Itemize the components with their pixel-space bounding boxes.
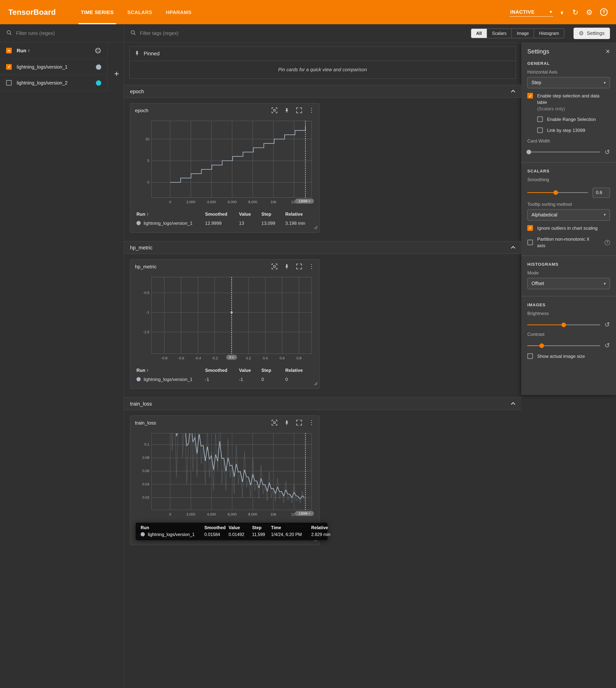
step-selection-checkbox[interactable] bbox=[527, 93, 533, 98]
run-row-version-1[interactable]: lightning_logs/version_1 bbox=[0, 59, 107, 75]
col-header-value[interactable]: Value bbox=[238, 209, 260, 219]
step-value: 0 bbox=[260, 375, 284, 384]
tag-type-filter-group: All Scalars Image Histogram bbox=[471, 28, 564, 38]
section-title: epoch bbox=[130, 89, 144, 94]
col-header-run[interactable]: Run ↑ bbox=[135, 209, 203, 219]
section-header-epoch[interactable]: epoch bbox=[124, 85, 521, 98]
theme-toggle-icon[interactable]: ◐ bbox=[560, 8, 565, 16]
epoch-data-table: Run ↑ Smoothed Value Step Relative light… bbox=[135, 209, 315, 228]
col-header-relative[interactable]: Relative bbox=[284, 366, 315, 375]
collapse-icon[interactable] bbox=[511, 246, 515, 250]
pinned-empty-message: Pin cards for a quick view and compariso… bbox=[130, 61, 515, 79]
col-header-smoothed[interactable]: Smoothed bbox=[203, 209, 238, 219]
svg-text:0.6: 0.6 bbox=[280, 356, 285, 360]
card-actions: ⋮ bbox=[271, 420, 315, 426]
pin-icon[interactable] bbox=[284, 108, 290, 113]
run-column-header[interactable]: Run ↑ bbox=[17, 48, 30, 53]
pin-icon[interactable] bbox=[284, 420, 290, 425]
col-header-smoothed[interactable]: Smoothed bbox=[203, 366, 238, 375]
run-row-version-2[interactable]: lightning_logs/version_2 bbox=[0, 75, 107, 91]
fullscreen-icon[interactable] bbox=[296, 263, 302, 269]
gear-icon[interactable]: ⚙ bbox=[586, 8, 593, 16]
help-icon[interactable]: ? bbox=[600, 8, 608, 16]
svg-text:10k: 10k bbox=[270, 512, 276, 516]
show-actual-size-checkbox[interactable] bbox=[527, 354, 533, 359]
run-checkbox[interactable] bbox=[6, 64, 12, 70]
more-options-icon[interactable]: ⋮ bbox=[309, 107, 315, 113]
chip-all[interactable]: All bbox=[471, 29, 487, 38]
filter-tags-input[interactable] bbox=[140, 30, 467, 36]
select-all-runs-checkbox[interactable] bbox=[6, 48, 12, 53]
chip-histogram[interactable]: Histogram bbox=[534, 29, 564, 38]
smoothing-input[interactable] bbox=[593, 187, 610, 198]
collapse-icon[interactable] bbox=[511, 90, 515, 94]
fit-to-data-icon[interactable] bbox=[271, 263, 278, 269]
brightness-slider[interactable] bbox=[527, 325, 600, 325]
col-header-run[interactable]: Run ↑ bbox=[135, 366, 203, 375]
more-options-icon[interactable]: ⋮ bbox=[309, 263, 315, 269]
partition-checkbox[interactable] bbox=[527, 240, 533, 245]
svg-text:-0.8: -0.8 bbox=[161, 356, 167, 360]
help-icon[interactable]: ? bbox=[604, 240, 610, 245]
smoothed-value: 12.9999 bbox=[203, 219, 238, 228]
train-loss-chart[interactable]: 02,0004,0006,0008,00010k12k0.020.040.060… bbox=[134, 429, 315, 520]
contrast-slider[interactable] bbox=[527, 345, 600, 346]
run-checkbox[interactable] bbox=[6, 80, 12, 86]
col-header-value[interactable]: Value bbox=[238, 366, 260, 375]
run-color-swatch[interactable] bbox=[96, 80, 101, 86]
svg-text:0.1: 0.1 bbox=[145, 442, 149, 446]
tab-hparams[interactable]: HPARAMS bbox=[159, 0, 198, 24]
resize-handle[interactable] bbox=[314, 380, 318, 387]
range-selection-checkbox[interactable] bbox=[537, 116, 543, 122]
fit-to-data-icon[interactable] bbox=[271, 420, 278, 426]
fullscreen-icon[interactable] bbox=[296, 107, 302, 113]
plus-icon[interactable]: + bbox=[114, 70, 119, 78]
range-selection-row: Enable Range Selection bbox=[537, 116, 610, 123]
horizontal-axis-select[interactable]: Step ▾ bbox=[527, 77, 610, 88]
reset-icon[interactable]: ↺ bbox=[604, 321, 610, 328]
tab-scalars[interactable]: SCALARS bbox=[120, 0, 159, 24]
resize-handle[interactable] bbox=[314, 224, 318, 231]
gear-icon: ⚙ bbox=[579, 30, 584, 37]
refresh-icon[interactable]: ↻ bbox=[572, 8, 578, 16]
epoch-chart[interactable]: 02,0004,0006,0008,00010k12k051013099 × bbox=[134, 117, 315, 207]
svg-text:0.06: 0.06 bbox=[142, 469, 149, 473]
hp-metric-chart[interactable]: -0.8-0.6-0.4-0.20.20.40.60.8-0.5-1-1.50 … bbox=[134, 273, 315, 363]
run-color-dot bbox=[136, 221, 141, 225]
col-header-step[interactable]: Step bbox=[260, 209, 284, 219]
section-header-hp-metric[interactable]: hp_metric bbox=[124, 241, 521, 254]
chip-scalars[interactable]: Scalars bbox=[487, 29, 512, 38]
col-header-step[interactable]: Step bbox=[260, 366, 284, 375]
pin-icon[interactable] bbox=[284, 264, 290, 269]
general-heading: GENERAL bbox=[527, 61, 610, 66]
data-status-dropdown[interactable]: INACTIVE ▾ bbox=[509, 7, 553, 17]
run-color-swatch[interactable] bbox=[96, 64, 101, 70]
close-icon[interactable]: × bbox=[606, 48, 610, 55]
chip-image[interactable]: Image bbox=[512, 29, 534, 38]
chevron-down-icon: ▾ bbox=[604, 281, 606, 286]
horizontal-axis-label: Horizontal Axis bbox=[527, 69, 610, 75]
link-by-step-checkbox[interactable] bbox=[537, 127, 543, 133]
reset-icon[interactable]: ↺ bbox=[604, 149, 610, 155]
collapse-icon[interactable] bbox=[511, 402, 515, 406]
section-header-train-loss[interactable]: train_loss bbox=[124, 397, 521, 410]
filter-runs-input[interactable] bbox=[16, 30, 117, 36]
reset-icon[interactable]: ↺ bbox=[604, 342, 610, 349]
ignore-outliers-checkbox[interactable] bbox=[527, 225, 533, 231]
svg-text:13099 ×: 13099 × bbox=[299, 199, 310, 203]
svg-text:0: 0 bbox=[147, 180, 149, 184]
tab-time-series[interactable]: TIME SERIES bbox=[74, 0, 120, 24]
more-options-icon[interactable]: ⋮ bbox=[309, 420, 315, 426]
tooltip-sorting-select[interactable]: Alphabetical ▾ bbox=[527, 209, 610, 221]
palette-icon[interactable] bbox=[95, 47, 101, 54]
col-header-relative[interactable]: Relative bbox=[284, 209, 315, 219]
histogram-mode-select[interactable]: Offset ▾ bbox=[527, 278, 610, 289]
svg-text:0.8: 0.8 bbox=[296, 356, 301, 360]
header-actions: INACTIVE ▾ ◐ ↻ ⚙ ? bbox=[509, 7, 608, 17]
card-width-slider[interactable] bbox=[527, 152, 600, 153]
smoothing-slider[interactable] bbox=[527, 192, 588, 193]
fit-to-data-icon[interactable] bbox=[271, 107, 278, 113]
pin-icon bbox=[134, 50, 140, 57]
fullscreen-icon[interactable] bbox=[296, 420, 302, 426]
settings-button[interactable]: ⚙ Settings bbox=[573, 27, 610, 39]
